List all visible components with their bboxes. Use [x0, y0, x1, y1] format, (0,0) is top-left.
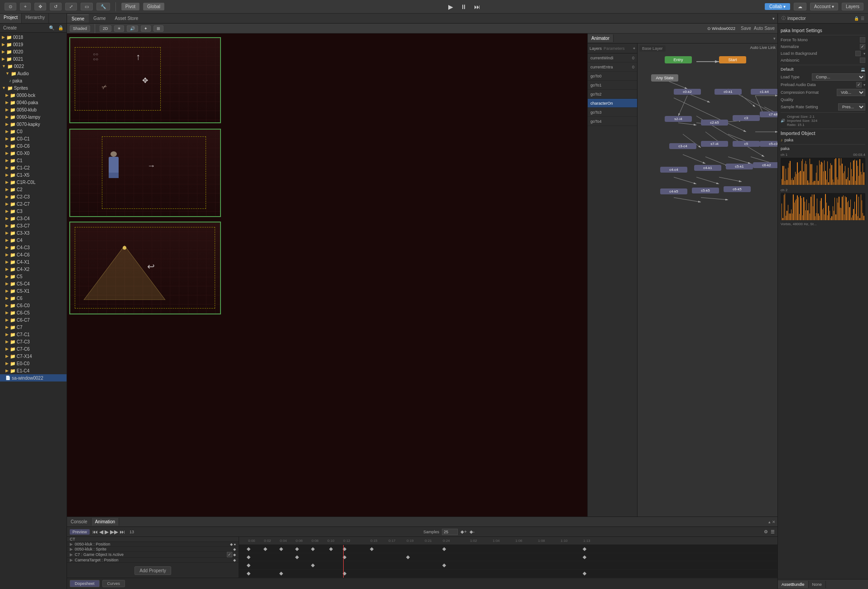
animator-collapse[interactable]: ▾ [772, 36, 777, 41]
track-expand3[interactable]: ▶ [70, 552, 73, 557]
tree-item-c0x0[interactable]: ▶ 📁 C0-X0 [0, 150, 67, 157]
track-add-key3[interactable]: ◆ [233, 553, 236, 557]
account-btn[interactable]: Account ▾ [810, 3, 838, 10]
tree-item-c7x14[interactable]: ▶ 📁 C7-X14 [0, 352, 67, 360]
curves-btn[interactable]: Curves [102, 580, 125, 587]
active-checkbox[interactable]: ✓ [227, 552, 232, 557]
add-state-btn[interactable]: + [633, 46, 635, 51]
tree-item-sawindow0022[interactable]: 📄 sa-window0022 [0, 374, 67, 381]
global-btn[interactable]: Global [143, 3, 164, 10]
rect-tool[interactable]: ▭ [81, 3, 93, 10]
anim-menu-btn[interactable]: ☰ [771, 529, 775, 534]
tree-item-c3c4[interactable]: ▶ 📁 C3-C4 [0, 215, 67, 222]
step-btn[interactable]: ⏭ [472, 3, 482, 10]
keyframe[interactable] [247, 547, 250, 551]
keyframe-add-btn[interactable]: ◆+ [460, 529, 467, 534]
keyframe[interactable] [442, 547, 446, 551]
collab-btn[interactable]: Collab ▾ [765, 3, 790, 10]
params-tab[interactable]: Parameters [604, 46, 625, 51]
track-expand2[interactable]: ▶ [70, 547, 73, 551]
tab-animator[interactable]: Animator [588, 34, 614, 42]
scene-collapse-btn[interactable]: ▾ [770, 16, 777, 21]
tree-item-0021[interactable]: ▶ 📁 0021 [0, 55, 67, 63]
hand-tool[interactable]: ✥ [34, 3, 46, 10]
pivot-btn[interactable]: Pivot [121, 3, 139, 10]
layers-tab[interactable]: Layers [590, 46, 602, 51]
keyframe[interactable] [247, 572, 250, 575]
pause-btn[interactable]: ⏸ [459, 3, 469, 10]
sm-state-16[interactable]: c4-c4 [660, 167, 687, 173]
sm-state-17[interactable]: c4-k1 [694, 165, 721, 171]
search-icon[interactable]: 🔍 [48, 25, 56, 31]
keyframe[interactable] [247, 555, 250, 559]
prev-frame-btn[interactable]: ◀ [99, 529, 103, 535]
tree-item-c1c2[interactable]: ▶ 📁 C1-C2 [0, 164, 67, 171]
ambisonic-check[interactable] [860, 58, 865, 63]
keyframe-del-btn[interactable]: ◆- [470, 529, 475, 534]
tree-item-c6c0[interactable]: ▶ 📁 C6-C0 [0, 302, 67, 309]
sm-state-19[interactable]: c6-k2 [753, 162, 777, 168]
tree-item-c4[interactable]: ▶ 📁 C4 [0, 237, 67, 244]
tree-item-c1rc0l[interactable]: ▶ 📁 C1R-C0L [0, 179, 67, 186]
custom-tool[interactable]: 🔧 [96, 3, 110, 10]
cloud-btn[interactable]: ☁ [794, 3, 806, 10]
sm-state-12[interactable]: s7-i4 [701, 141, 728, 147]
keyframe[interactable] [247, 564, 250, 567]
layers-btn[interactable]: Layers [842, 3, 863, 10]
samples-input[interactable] [442, 529, 458, 535]
sm-state-13[interactable]: c5 [733, 141, 760, 147]
tree-item-c2c3[interactable]: ▶ 📁 C2-C3 [0, 193, 67, 200]
tree-item-0019[interactable]: ▶ 📁 0019 [0, 41, 67, 48]
play-btn[interactable]: ▶ [446, 3, 455, 10]
timeline-area[interactable]: 0:00 0:02 0:04 0:06 0:08 0:10 0:12 0:15 … [239, 537, 777, 578]
auto-save-btn[interactable]: Auto Save [754, 26, 775, 31]
tree-item-0022[interactable]: ▼ 📁 0022 [0, 63, 67, 70]
tree-item-c4x2[interactable]: ▶ 📁 C4-X2 [0, 266, 67, 273]
state-goto3[interactable]: goTo3 [588, 108, 637, 117]
compression-dropdown[interactable]: Vob... PCM ADPCM [837, 89, 865, 96]
create-btn[interactable]: Create [2, 25, 18, 31]
sound-btn[interactable]: 🔊 [127, 25, 138, 32]
tree-item-e0c0[interactable]: ▶ 📁 E0-C0 [0, 360, 67, 367]
tree-item-c2c7[interactable]: ▶ 📁 C2-C7 [0, 200, 67, 208]
gizmos-btn[interactable]: ⊞ [153, 25, 163, 32]
tree-item-0070kapky[interactable]: ▶ 📁 0070-kapky [0, 121, 67, 128]
keyframe[interactable] [583, 547, 586, 551]
tree-item-audio[interactable]: ▼ 📁 Audio [0, 70, 67, 77]
tab-scene[interactable]: Scene [67, 14, 89, 23]
tree-item-0050klub[interactable]: ▶ 📁 0050-klub [0, 106, 67, 113]
scale-tool[interactable]: ⤢ [65, 3, 77, 10]
any-state-node[interactable]: Any State [651, 74, 678, 82]
track-expand[interactable]: ▶ [70, 542, 73, 546]
track-add-key2[interactable]: ◆ [233, 547, 236, 551]
end-btn[interactable]: ⏭ [120, 529, 125, 535]
tree-item-c7c6[interactable]: ▶ 📁 C7-C6 [0, 345, 67, 352]
sm-state-14[interactable]: c5-c3 [760, 141, 777, 147]
keyframe[interactable] [295, 555, 299, 559]
rewind-btn[interactable]: ⏮ [92, 529, 98, 535]
track-add-key4[interactable]: ◆ [233, 558, 236, 562]
timeline-playhead[interactable] [343, 545, 344, 578]
tab-console[interactable]: Console [67, 518, 91, 526]
keyframe[interactable] [583, 555, 586, 559]
tree-item-c1x5[interactable]: ▶ 📁 C1-X5 [0, 171, 67, 179]
keyframe[interactable] [264, 547, 267, 551]
inspector-lock[interactable]: 🔒 [854, 16, 859, 21]
keyframe[interactable] [583, 572, 586, 575]
add-property-btn[interactable]: Add Property [134, 566, 171, 575]
tree-item-0000bck[interactable]: ▶ 📁 0000-bck [0, 92, 67, 99]
track-add-key[interactable]: ◆ [230, 542, 233, 546]
state-currententra[interactable]: currentEntra 0 [588, 63, 637, 72]
tree-item-c7c1[interactable]: ▶ 📁 C7-C1 [0, 331, 67, 338]
state-goto1[interactable]: goTo1 [588, 81, 637, 90]
effects-btn[interactable]: ✦ [141, 25, 151, 32]
tree-item-0020[interactable]: ▶ 📁 0020 [0, 48, 67, 55]
tree-item-c2[interactable]: ▶ 📁 C2 [0, 186, 67, 193]
state-goto2[interactable]: goTo2 [588, 90, 637, 99]
sm-state-11[interactable]: c3-c4 [669, 143, 696, 149]
load-type-dropdown[interactable]: Comp... Streaming Decompress On Load [812, 73, 865, 81]
tree-item-sprites[interactable]: ▼ 📁 Sprites [0, 84, 67, 92]
tab-game[interactable]: Game [89, 14, 110, 22]
next-frame-btn[interactable]: ▶▶ [110, 529, 118, 535]
sm-state-22[interactable]: c6-k5 [724, 186, 751, 192]
